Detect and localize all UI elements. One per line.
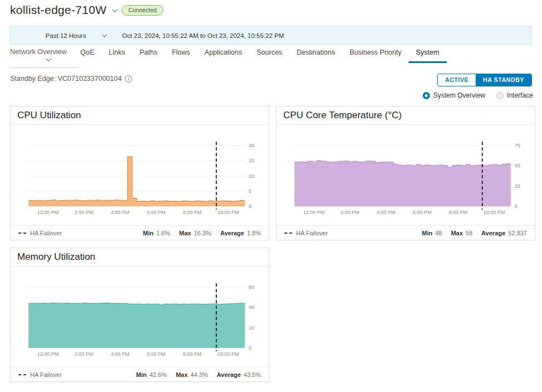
radio-unselected-icon — [496, 92, 504, 99]
section-divider — [10, 67, 78, 68]
dashed-line-icon — [18, 233, 26, 234]
svg-text:6:00 PM: 6:00 PM — [413, 210, 432, 215]
chart-stats: Min42.6%Max44.3%Average43.5% — [136, 371, 261, 378]
ha-standby-button[interactable]: HA STANDBY — [476, 74, 531, 86]
chart-plot: 025507512:00 PM2:00 PM4:00 PM6:00 PM8:00… — [277, 125, 535, 225]
cpu-core-temperature-stat-average: Average52.837 — [481, 230, 527, 236]
tab-destinations[interactable]: Destinations — [289, 49, 342, 63]
ha-failover-legend-label: HA Failover — [30, 230, 62, 236]
svg-text:0: 0 — [515, 204, 517, 209]
tab-applications[interactable]: Applications — [197, 49, 249, 63]
chart-footer: HA Failover Min1.6%Max16.3%Average1.8% — [11, 225, 269, 240]
active-button[interactable]: ACTIVE — [438, 74, 476, 86]
svg-text:10:00 PM: 10:00 PM — [483, 210, 505, 215]
time-range-detail: Oct 23, 2024, 10:55:22 AM to Oct 23, 202… — [122, 32, 284, 39]
memory-utilization-stat-average: Average43.5% — [217, 371, 261, 378]
svg-text:10:00 PM: 10:00 PM — [217, 351, 239, 357]
cpu-utilization-chart: 0510152012:00 PM2:00 PM4:00 PM6:00 PM8:0… — [11, 125, 269, 225]
svg-text:40: 40 — [249, 304, 254, 310]
time-range-bar: Past 12 Hours Oct 23, 2024, 10:55:22 AM … — [10, 26, 532, 45]
svg-text:8:00 PM: 8:00 PM — [183, 351, 202, 357]
standby-edge-label: Standby Edge: VC07102337000104 — [10, 75, 122, 83]
time-range-chevron-down-icon[interactable] — [102, 32, 107, 37]
svg-text:75: 75 — [515, 143, 520, 148]
svg-text:2:00 PM: 2:00 PM — [75, 210, 94, 215]
cpu-core-temperature-stat-min: Min48 — [422, 230, 442, 236]
svg-text:15: 15 — [249, 158, 254, 163]
chart-plot: 0510152012:00 PM2:00 PM4:00 PM6:00 PM8:0… — [11, 125, 269, 225]
radio-interface[interactable]: Interface — [496, 91, 533, 99]
tab-sources[interactable]: Sources — [249, 49, 289, 63]
view-radio-group: System Overview Interface — [423, 91, 533, 99]
svg-text:25: 25 — [515, 183, 520, 189]
svg-text:4:00 PM: 4:00 PM — [110, 210, 129, 215]
cpu-utilization-card: CPU Utilization 0510152012:00 PM2:00 PM4… — [10, 106, 269, 240]
ha-failover-legend: HA Failover — [18, 371, 62, 378]
svg-text:6:00 PM: 6:00 PM — [147, 351, 166, 357]
svg-text:0: 0 — [249, 345, 251, 351]
cpu-utilization-stat-min: Min1.6% — [143, 230, 170, 236]
svg-text:2:00 PM: 2:00 PM — [75, 351, 94, 357]
charts-grid: CPU Utilization 0510152012:00 PM2:00 PM4… — [10, 106, 535, 382]
page-header: kollist-edge-710W Connected — [10, 3, 163, 17]
tab-links[interactable]: Links — [101, 49, 132, 63]
ha-failover-legend-label: HA Failover — [296, 230, 328, 236]
memory-utilization-stat-max: Max44.3% — [176, 371, 208, 378]
edge-name-title: kollist-edge-710W — [10, 3, 107, 17]
tab-system[interactable]: System — [409, 49, 447, 63]
radio-selected-icon — [423, 92, 430, 99]
chart-footer: HA Failover Min48Max58Average52.837 — [277, 225, 535, 240]
cpu-core-temperature-chart: 025507512:00 PM2:00 PM4:00 PM6:00 PM8:00… — [277, 125, 535, 225]
edge-name-chevron-down-icon[interactable] — [112, 7, 118, 12]
ha-failover-legend-label: HA Failover — [30, 371, 62, 378]
svg-text:10: 10 — [249, 173, 254, 179]
network-overview-label: Network Overview — [10, 48, 66, 56]
cpu-core-temperature-title: CPU Core Temperature (°C) — [277, 107, 535, 125]
chart-stats: Min1.6%Max16.3%Average1.8% — [143, 230, 261, 236]
standby-edge-row: Standby Edge: VC07102337000104 i — [10, 75, 132, 83]
svg-text:2:00 PM: 2:00 PM — [341, 210, 360, 215]
memory-utilization-title: Memory Utilization — [11, 248, 269, 267]
svg-text:50: 50 — [515, 163, 520, 168]
info-icon[interactable]: i — [125, 75, 132, 83]
memory-utilization-chart: 020406012:00 PM2:00 PM4:00 PM6:00 PM8:00… — [11, 267, 269, 367]
ha-toggle-group: ACTIVE HA STANDBY — [437, 74, 532, 86]
svg-text:8:00 PM: 8:00 PM — [183, 210, 202, 215]
svg-text:0: 0 — [249, 204, 251, 209]
svg-text:12:00 PM: 12:00 PM — [303, 210, 325, 215]
time-range-dropdown[interactable]: Past 12 Hours — [43, 32, 89, 39]
tab-flows[interactable]: Flows — [164, 49, 197, 63]
svg-text:12:00 PM: 12:00 PM — [37, 210, 59, 215]
svg-text:12:00 PM: 12:00 PM — [37, 351, 59, 357]
svg-text:5: 5 — [249, 188, 251, 194]
cpu-core-temperature-stat-max: Max58 — [451, 230, 473, 236]
ha-failover-legend: HA Failover — [18, 230, 62, 236]
radio-system-overview-label: System Overview — [433, 91, 485, 99]
svg-text:4:00 PM: 4:00 PM — [376, 210, 395, 215]
dashed-line-icon — [18, 374, 26, 375]
radio-system-overview[interactable]: System Overview — [423, 91, 485, 99]
tab-bar: QoELinksPathsFlowsApplicationsSourcesDes… — [73, 49, 447, 63]
chart-stats: Min48Max58Average52.837 — [422, 230, 527, 236]
radio-interface-label: Interface — [507, 91, 533, 99]
svg-text:20: 20 — [249, 143, 254, 148]
memory-utilization-card: Memory Utilization 020406012:00 PM2:00 P… — [10, 248, 269, 382]
svg-text:8:00 PM: 8:00 PM — [449, 210, 468, 215]
tab-qoe[interactable]: QoE — [73, 49, 101, 63]
cpu-utilization-title: CPU Utilization — [11, 107, 269, 125]
connected-status-badge: Connected — [122, 5, 163, 16]
memory-utilization-stat-min: Min42.6% — [136, 371, 167, 378]
svg-text:4:00 PM: 4:00 PM — [110, 351, 129, 357]
tab-business-priority[interactable]: Business Priority — [342, 49, 409, 63]
dashed-line-icon — [284, 233, 292, 234]
tab-paths[interactable]: Paths — [132, 49, 164, 63]
cpu-utilization-stat-average: Average1.8% — [220, 230, 261, 236]
cpu-core-temperature-card: CPU Core Temperature (°C) 025507512:00 P… — [276, 106, 535, 240]
svg-text:60: 60 — [249, 284, 254, 290]
chart-footer: HA Failover Min42.6%Max44.3%Average43.5% — [11, 367, 269, 382]
svg-text:10:00 PM: 10:00 PM — [217, 210, 239, 215]
edge-monitor-page: kollist-edge-710W Connected Past 12 Hour… — [0, 0, 542, 392]
ha-failover-legend: HA Failover — [284, 230, 328, 236]
cpu-utilization-stat-max: Max16.3% — [179, 230, 211, 236]
network-overview-chevron-down-icon[interactable] — [46, 56, 51, 61]
